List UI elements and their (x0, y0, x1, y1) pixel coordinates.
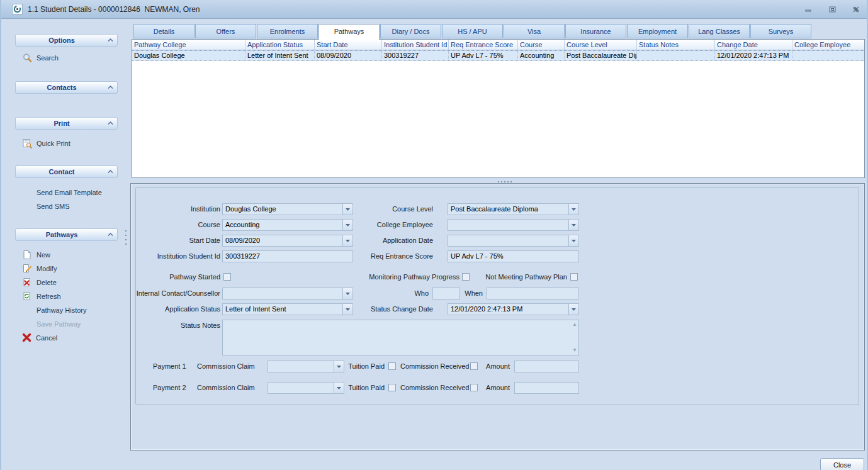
application-date-combo[interactable] (448, 235, 579, 247)
req-entrance-score-field[interactable]: UP Adv L7 - 75% (448, 250, 579, 262)
tab-offers[interactable]: Offers (195, 24, 256, 38)
tab-surveys[interactable]: Surveys (750, 24, 811, 38)
edit-page-icon (22, 264, 32, 274)
sidebar-item-send-email-template[interactable]: Send Email Template (37, 187, 102, 198)
minimize-button[interactable] (803, 4, 814, 14)
payment2-commission-claim-combo[interactable] (268, 382, 344, 394)
column-header[interactable]: Start Date (315, 40, 382, 50)
payment2-amount-field[interactable] (514, 382, 579, 394)
close-button[interactable]: Close (820, 458, 864, 470)
payment1-amount-field[interactable] (514, 361, 579, 372)
tab-lang-classes[interactable]: Lang Classes (689, 24, 750, 38)
chevron-down-icon[interactable] (568, 235, 578, 246)
chevron-down-icon[interactable] (568, 204, 578, 215)
sidebar-item-modify[interactable]: Modify (22, 263, 57, 274)
refresh-page-icon (22, 291, 32, 301)
printer-icon (22, 138, 32, 148)
tab-diary-docs[interactable]: Diary / Docs (380, 24, 441, 38)
sidebar-item-cancel[interactable]: Cancel (22, 332, 57, 343)
column-header[interactable]: Pathway College (132, 40, 245, 50)
sidebar-item-new[interactable]: New (22, 249, 50, 260)
monitoring-pathway-progress-label: Monitoring Pathway Progress (334, 271, 459, 283)
column-header[interactable]: Course Level (565, 40, 637, 50)
column-header[interactable]: Status Notes (637, 40, 715, 50)
cell-college-employee (792, 51, 864, 60)
not-meeting-pathway-plan-checkbox[interactable] (570, 273, 578, 281)
tab-employment[interactable]: Employment (627, 24, 688, 38)
tab-visa[interactable]: Visa (504, 24, 565, 38)
sidebar-section-options[interactable]: Options (15, 34, 118, 47)
payment1-label: Payment 1 (153, 361, 186, 372)
title-bar[interactable]: 1.1 Student Details - 0000012846 NEWMAN,… (1, 0, 868, 19)
payment1-commission-received-label: Commission Received (400, 361, 466, 372)
course-label: Course (131, 219, 220, 231)
table-row[interactable]: Douglas College Letter of Intent Sent 08… (132, 50, 864, 61)
chevron-down-icon[interactable] (334, 383, 344, 393)
grid-header-row: Pathway College Application Status Start… (132, 40, 864, 50)
sidebar-section-pathways[interactable]: Pathways (15, 228, 118, 241)
when-field[interactable] (487, 288, 579, 299)
status-notes-field[interactable]: ▲ ▼ (222, 320, 579, 355)
column-header[interactable]: Req Entrance Score (449, 40, 518, 50)
column-header[interactable]: College Employee (792, 40, 864, 50)
tab-hs-apu[interactable]: HS / APU (442, 24, 503, 38)
course-level-combo[interactable]: Post Baccalaureate Diploma (448, 203, 579, 215)
payment1-commission-received-checkbox[interactable] (470, 362, 478, 370)
restore-button[interactable] (826, 4, 838, 14)
pathway-started-checkbox[interactable] (223, 273, 231, 281)
column-header[interactable]: Institution Student Id (382, 40, 449, 50)
payment1-tuition-paid-checkbox[interactable] (388, 362, 396, 370)
payment2-tuition-paid-checkbox[interactable] (388, 384, 396, 391)
college-employee-combo[interactable] (448, 219, 579, 231)
not-meeting-pathway-plan-label: Not Meeting Pathway Plan (441, 271, 567, 283)
sidebar-section-print[interactable]: Print (15, 117, 118, 130)
sidebar-item-label: Cancel (36, 334, 57, 342)
scroll-up-icon[interactable]: ▲ (572, 322, 577, 327)
sidebar-section-contact[interactable]: Contact (15, 165, 118, 178)
who-field[interactable] (432, 288, 460, 299)
sidebar: Options Search Contacts Print Quick Prin… (1, 19, 130, 470)
column-header[interactable]: Application Status (245, 40, 315, 50)
chevron-up-icon (108, 233, 113, 237)
cell-change-date: 12/01/2020 2:47:13 PM (715, 51, 792, 60)
sidebar-item-delete[interactable]: Delete (22, 277, 57, 288)
cell-institution-student-id: 300319227 (382, 51, 449, 60)
tab-enrolments[interactable]: Enrolments (257, 24, 318, 38)
sidebar-splitter[interactable] (125, 230, 127, 232)
sidebar-item-label: Send Email Template (37, 189, 102, 196)
chevron-up-icon (108, 38, 113, 42)
chevron-down-icon[interactable] (568, 304, 578, 315)
status-change-date-combo[interactable]: 12/01/2020 2:47:13 PM (448, 303, 579, 315)
tab-insurance[interactable]: Insurance (565, 24, 626, 38)
delete-page-icon (22, 277, 32, 288)
student-details-window: { "window": { "title": "1.1 Student Deta… (0, 0, 868, 470)
section-title: Pathways (16, 231, 108, 238)
tab-pathways[interactable]: Pathways (318, 24, 380, 40)
cell-pathway-college: Douglas College (132, 51, 245, 60)
column-header[interactable]: Course (518, 40, 565, 50)
column-header[interactable]: Change Date (715, 40, 792, 50)
chevron-up-icon (108, 86, 113, 89)
sidebar-item-quick-print[interactable]: Quick Print (22, 138, 70, 148)
close-window-button[interactable] (850, 4, 862, 14)
internal-contact-combo[interactable] (222, 288, 353, 299)
chevron-down-icon[interactable] (334, 361, 344, 372)
scroll-down-icon[interactable]: ▼ (572, 348, 577, 353)
payment2-commission-received-checkbox[interactable] (470, 384, 478, 391)
sidebar-item-send-sms[interactable]: Send SMS (37, 201, 70, 211)
cell-start-date: 08/09/2020 (315, 51, 382, 60)
sidebar-item-label: New (37, 251, 50, 259)
pathways-grid: Pathway College Application Status Start… (132, 39, 865, 178)
payment1-commission-claim-combo[interactable] (268, 361, 344, 372)
sidebar-item-refresh[interactable]: Refresh (22, 291, 61, 301)
chevron-down-icon[interactable] (342, 288, 352, 299)
chevron-down-icon[interactable] (568, 220, 578, 230)
sidebar-item-pathway-history[interactable]: Pathway History (37, 305, 86, 315)
sidebar-item-label: Search (37, 54, 59, 62)
payment1-amount-label: Amount (483, 361, 510, 372)
tab-details[interactable]: Details (133, 24, 194, 38)
sidebar-item-search[interactable]: Search (22, 52, 59, 63)
sidebar-section-contacts[interactable]: Contacts (15, 81, 118, 94)
red-x-icon (22, 333, 31, 342)
sidebar-item-label: Send SMS (37, 203, 70, 210)
